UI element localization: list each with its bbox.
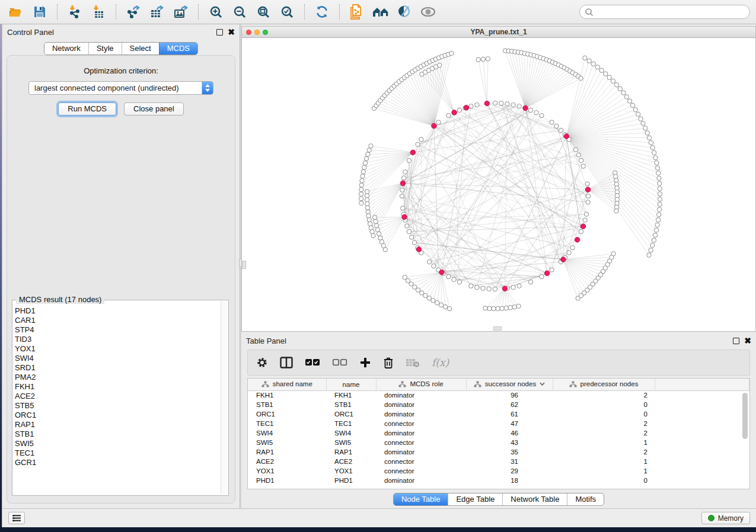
table-cell-shared-name[interactable]: FKH1 [248,390,326,400]
vertical-scroll-handle[interactable] [242,261,246,269]
select-all-button[interactable] [305,358,320,367]
column-header-shared-name[interactable]: shared name [248,379,326,390]
network-from-selection-button[interactable] [347,2,367,21]
export-table-button[interactable] [147,2,167,21]
table-cell-name[interactable]: SWI4 [326,428,376,438]
table-row[interactable]: SWI4SWI4dominator462 [248,428,749,438]
table-cell-mcds-role[interactable]: dominator [376,476,466,485]
table-cell-predecessor-nodes[interactable]: 2 [553,447,655,457]
export-image-button[interactable] [171,2,191,21]
mcds-result-item[interactable]: TEC1 [15,448,220,458]
tab-mcds[interactable]: MCDS [159,43,197,55]
table-cell-predecessor-nodes[interactable]: 2 [553,428,655,438]
zoom-out-button[interactable] [229,2,250,21]
search-field[interactable] [579,5,750,19]
tab-network-table[interactable]: Network Table [502,493,567,505]
table-cell-name[interactable]: STB1 [326,400,376,409]
import-network-button[interactable] [65,2,85,21]
table-cell-shared-name[interactable]: RAP1 [248,447,326,457]
table-cell-name[interactable]: YOX1 [326,466,376,476]
mcds-result-item[interactable]: STB5 [15,401,220,411]
mcds-result-list[interactable]: PHD1CAR1STP4TID3YOX1SWI4SRD1PMA2FKH1ACE2… [15,306,220,494]
mcds-result-item[interactable]: SRD1 [15,363,220,373]
table-scrollbar-thumb[interactable] [742,393,748,439]
table-cell-mcds-role[interactable]: connector [376,438,466,447]
table-row[interactable]: PHD1PHD1dominator180 [248,476,749,485]
table-cell-mcds-role[interactable]: dominator [376,390,466,400]
table-cell-successor-nodes[interactable]: 62 [466,400,553,409]
table-row[interactable]: ACE2ACE2connector311 [248,457,749,466]
tab-select[interactable]: Select [122,43,159,55]
table-cell-mcds-role[interactable]: dominator [376,409,466,419]
add-column-button[interactable] [359,357,371,368]
zoom-selected-button[interactable] [277,2,297,21]
mcds-result-item[interactable]: YOX1 [15,344,220,354]
table-row[interactable]: SWI5SWI5connector431 [248,438,749,447]
mcds-result-item[interactable]: PHD1 [15,306,220,316]
table-cell-predecessor-nodes[interactable]: 1 [553,466,655,476]
table-row[interactable]: ORC1ORC1dominator610 [248,409,749,419]
table-cell-successor-nodes[interactable]: 18 [466,476,553,485]
tab-edge-table[interactable]: Edge Table [448,493,502,505]
table-row[interactable]: RAP1RAP1dominator352 [248,447,749,457]
mcds-result-item[interactable]: GCR1 [15,458,220,467]
mcds-result-item[interactable]: SWI5 [15,439,220,448]
delete-column-button[interactable] [383,357,394,369]
table-row[interactable]: YOX1YOX1connector291 [248,466,749,476]
tab-style[interactable]: Style [88,43,122,55]
open-session-button[interactable] [6,2,26,21]
table-settings-button[interactable] [256,357,268,368]
column-header-name[interactable]: name [326,379,376,390]
table-cell-successor-nodes[interactable]: 43 [466,438,553,447]
table-row[interactable]: STB1STB1dominator620 [248,400,749,409]
network-window-titlebar[interactable]: YPA_prune.txt_1 [242,27,755,38]
task-history-button[interactable] [8,512,25,524]
table-cell-predecessor-nodes[interactable]: 0 [553,400,655,409]
column-header-successor-nodes[interactable]: successor nodes [466,379,553,390]
table-row[interactable]: FKH1FKH1dominator962 [248,390,749,400]
table-cell-successor-nodes[interactable]: 47 [466,419,553,428]
save-session-button[interactable] [30,2,50,21]
close-panel-icon[interactable]: ✖ [228,29,235,36]
table-cell-shared-name[interactable]: PHD1 [248,476,326,485]
tab-network[interactable]: Network [44,43,88,55]
table-cell-predecessor-nodes[interactable]: 0 [553,476,655,485]
table-cell-name[interactable]: FKH1 [326,390,376,400]
mcds-result-item[interactable]: SWI4 [15,354,220,363]
show-all-button[interactable] [371,2,391,21]
float-panel-icon[interactable] [216,29,223,36]
table-cell-shared-name[interactable]: YOX1 [248,466,326,476]
column-header-predecessor-nodes[interactable]: predecessor nodes [553,379,655,390]
close-panel-button[interactable]: Close panel [124,102,184,116]
search-input[interactable] [594,8,745,16]
table-cell-mcds-role[interactable]: connector [376,466,466,476]
export-network-button[interactable] [123,2,143,21]
mcds-result-item[interactable]: TID3 [15,335,220,344]
table-row[interactable]: TEC1TEC1connector472 [248,419,749,428]
mcds-result-item[interactable]: STP4 [15,325,220,335]
mcds-result-item[interactable]: ORC1 [15,411,220,420]
table-cell-name[interactable]: ORC1 [326,409,376,419]
table-cell-successor-nodes[interactable]: 35 [466,447,553,457]
table-cell-predecessor-nodes[interactable]: 2 [553,390,655,400]
mcds-result-item[interactable]: CAR1 [15,316,220,325]
criterion-dropdown[interactable]: largest connected component (undirected) [28,81,213,95]
table-scrollbar[interactable] [742,393,748,485]
table-cell-name[interactable]: RAP1 [326,447,376,457]
table-cell-mcds-role[interactable]: connector [376,419,466,428]
mcds-result-item[interactable]: ACE2 [15,392,220,401]
table-cell-predecessor-nodes[interactable]: 1 [553,457,655,466]
table-cell-shared-name[interactable]: SWI4 [248,428,326,438]
mcds-result-item[interactable]: FKH1 [15,382,220,392]
column-header-mcds-role[interactable]: MCDS role [376,379,466,390]
import-table-button[interactable] [88,2,109,21]
table-cell-successor-nodes[interactable]: 46 [466,428,553,438]
close-table-panel-icon[interactable]: ✖ [744,338,751,344]
table-cell-name[interactable]: PHD1 [326,476,376,485]
table-cell-successor-nodes[interactable]: 61 [466,409,553,419]
table-cell-shared-name[interactable]: ACE2 [248,457,326,466]
zoom-in-button[interactable] [206,2,226,21]
table-cell-successor-nodes[interactable]: 96 [466,390,553,400]
mcds-result-item[interactable]: STB1 [15,430,220,439]
network-canvas[interactable] [242,39,755,331]
